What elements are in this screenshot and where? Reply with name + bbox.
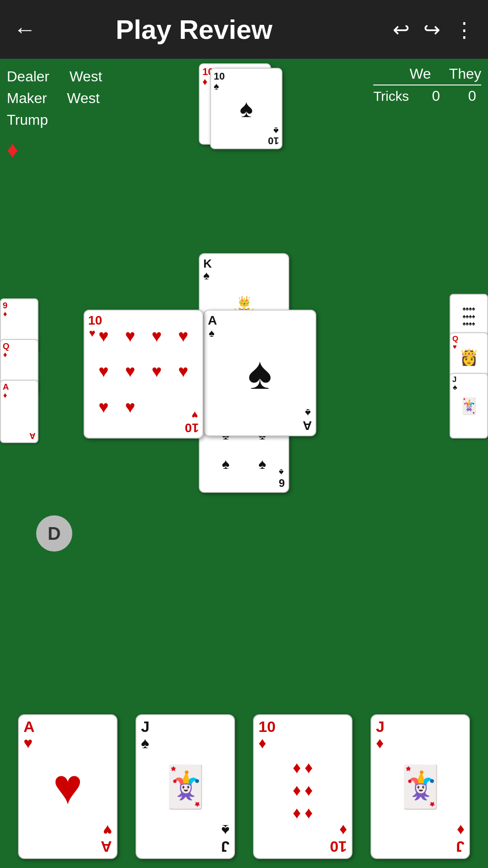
d-badge: D xyxy=(36,515,72,552)
header-actions: ↩ ↪ ⋮ xyxy=(393,18,474,42)
they-label: They xyxy=(449,66,481,82)
ten-of-hearts-card[interactable]: 10 ♥ ♥♥♥♥ ♥♥♥♥ ♥♥ 10 ♥ xyxy=(84,310,203,439)
we-tricks: 0 xyxy=(427,88,445,104)
menu-button[interactable]: ⋮ xyxy=(454,18,474,42)
left-card-ad[interactable]: A ♦ A xyxy=(0,380,38,443)
bc-rankbr-10d: 10 xyxy=(330,839,347,854)
ace-of-spades-card[interactable]: A ♠ ♠ A ♠ xyxy=(203,310,316,436)
bottom-card-ah[interactable]: A ♥ ♥ A ♥ xyxy=(18,714,117,859)
page-title: Play Review xyxy=(50,14,338,45)
dealer-label: Dealer xyxy=(7,68,49,85)
redo-button[interactable]: ↪ xyxy=(423,18,441,42)
bc-suit-js: ♠ xyxy=(141,735,149,750)
undo-button[interactable]: ↩ xyxy=(393,18,410,42)
bc-suit-jd: ♦ xyxy=(376,735,384,750)
bottom-hand: A ♥ ♥ A ♥ J ♠ 🃏 J ♠ 10 ♦ ♦♦ ♦♦ ♦♦ 10 ♦ xyxy=(0,714,488,859)
top-center-cards: 10 ♦ 10 ♦ ♦ 10 ♠ 10 ♠ ♠ xyxy=(199,63,289,154)
bc-suitbr-ah: ♥ xyxy=(103,823,112,838)
bc-suitbr-10d: ♦ xyxy=(339,823,347,838)
maker-value: West xyxy=(67,90,99,106)
bottom-card-js[interactable]: J ♠ 🃏 J ♠ xyxy=(136,714,235,859)
dealer-value: West xyxy=(70,68,102,85)
bc-suit-10d: ♦ xyxy=(258,735,266,750)
tricks-label: Tricks xyxy=(373,89,409,104)
bc-rank-js: J xyxy=(141,719,150,734)
right-hand: ♠♠♠♠♠♠♠♠♠♠♠♠ Q ♥ 👸 J ♣ 🃏 xyxy=(445,294,488,466)
bc-rank-ah: A xyxy=(23,719,35,734)
game-area: Dealer West Maker West Trump ♦ We They T… xyxy=(0,59,488,868)
bc-center-ah: ♥ xyxy=(53,762,82,811)
trump-label: Trump xyxy=(7,109,102,131)
top-card-2: 10 ♠ 10 ♠ ♠ xyxy=(210,68,282,149)
left-hand: 9 ♦ 9 Q ♦ Q A ♦ A xyxy=(0,298,43,479)
bottom-card-10d[interactable]: 10 ♦ ♦♦ ♦♦ ♦♦ 10 ♦ xyxy=(253,714,352,859)
dealer-row: Dealer West xyxy=(7,66,102,87)
bc-rankbr-js: J xyxy=(221,839,230,854)
they-tricks: 0 xyxy=(463,88,481,104)
bc-rank-10d: 10 xyxy=(258,719,276,734)
bc-suitbr-js: ♠ xyxy=(221,823,230,838)
right-card-face2[interactable]: J ♣ 🃏 xyxy=(450,373,488,439)
bc-suitbr-jd: ♦ xyxy=(457,823,465,838)
bc-rank-jd: J xyxy=(376,719,385,734)
bc-suit-ah: ♥ xyxy=(23,735,33,750)
score-panel: We They Tricks 0 0 xyxy=(373,66,481,104)
header: ← Play Review ↩ ↪ ⋮ xyxy=(0,0,488,59)
bottom-card-jd[interactable]: J ♦ 🃏 J ♦ xyxy=(371,714,470,859)
bc-rankbr-jd: J xyxy=(456,839,465,854)
trump-suit: ♦ xyxy=(7,133,102,167)
bc-rankbr-ah: A xyxy=(101,839,112,854)
back-button[interactable]: ← xyxy=(14,16,36,42)
maker-row: Maker West xyxy=(7,87,102,109)
we-label: We xyxy=(409,66,431,82)
d-badge-label: D xyxy=(48,524,61,544)
maker-label: Maker xyxy=(7,90,47,106)
info-panel: Dealer West Maker West Trump ♦ xyxy=(7,66,102,167)
